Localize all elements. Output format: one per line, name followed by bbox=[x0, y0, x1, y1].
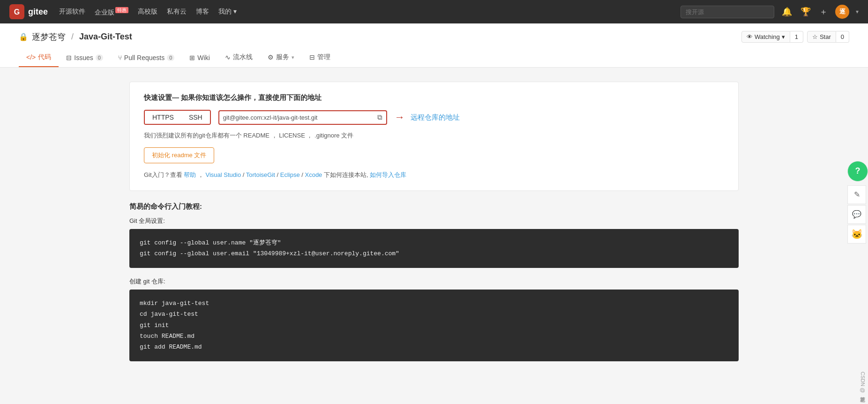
repo-title-row: 🔒 逐梦苍穹 / Java-Git-Test 👁 Watching ▾ 1 ☆ … bbox=[19, 31, 849, 48]
plus-icon[interactable]: ＋ bbox=[818, 6, 829, 17]
nav-enterprise[interactable]: 企业版特惠 bbox=[95, 7, 128, 17]
code-icon: </> bbox=[26, 53, 36, 61]
repo-header: 🔒 逐梦苍穹 / Java-Git-Test 👁 Watching ▾ 1 ☆ … bbox=[0, 23, 868, 68]
chat-float-button[interactable]: 💬 bbox=[847, 205, 866, 224]
url-input-wrap: ⧉ bbox=[218, 110, 387, 125]
avatar[interactable]: 逐 bbox=[835, 5, 849, 19]
tab-pull-requests[interactable]: ⑂ Pull Requests 0 bbox=[111, 49, 182, 67]
search-input[interactable] bbox=[681, 6, 774, 18]
help-link[interactable]: 帮助 bbox=[184, 171, 196, 178]
tutorial-section: 简易的命令行入门教程: Git 全局设置: git config --globa… bbox=[129, 202, 739, 361]
right-arrow-icon: → bbox=[395, 111, 405, 123]
recommend-text: 我们强烈建议所有的git仓库都有一个 README ， LICENSE ， .g… bbox=[144, 131, 724, 140]
issues-icon: ⊟ bbox=[66, 54, 72, 61]
create-repo-code: mkdir java-git-test cd java-git-test git… bbox=[140, 298, 728, 353]
nav-my[interactable]: 我的 ▾ bbox=[218, 8, 237, 16]
tab-pipeline-label: 流水线 bbox=[233, 53, 253, 61]
logo-link[interactable]: G gitee bbox=[9, 4, 48, 19]
tab-code[interactable]: </> 代码 bbox=[19, 48, 59, 67]
repo-title: 🔒 逐梦苍穹 / Java-Git-Test bbox=[19, 31, 132, 43]
tab-wiki-label: Wiki bbox=[197, 54, 210, 61]
star-button[interactable]: ☆ Star bbox=[807, 31, 836, 43]
nav-right: 🔔 🏆 ＋ 逐 ▾ bbox=[681, 5, 859, 19]
nav-university[interactable]: 高校版 bbox=[138, 8, 157, 16]
issues-badge: 0 bbox=[96, 54, 103, 61]
avatar-dropdown[interactable]: ▾ bbox=[856, 8, 859, 15]
repo-name[interactable]: Java-Git-Test bbox=[79, 32, 132, 42]
watch-button[interactable]: 👁 Watching ▾ bbox=[741, 31, 790, 43]
create-repo-code-block: mkdir java-git-test cd java-git-test git… bbox=[129, 290, 739, 361]
tab-services[interactable]: ⚙ 服务 ▾ bbox=[260, 48, 302, 67]
tortoisegit-link[interactable]: TortoiseGit bbox=[246, 171, 275, 178]
create-repo-label: 创建 git 仓库: bbox=[129, 277, 739, 286]
tab-wiki[interactable]: ⊞ Wiki bbox=[182, 49, 217, 67]
repo-separator: / bbox=[71, 32, 74, 42]
xcode-link[interactable]: Xcode bbox=[305, 171, 322, 178]
watch-dropdown-icon: ▾ bbox=[782, 33, 785, 40]
special-badge: 特惠 bbox=[115, 7, 128, 13]
help-links: Git入门？查看 帮助 ， Visual Studio / TortoiseGi… bbox=[144, 171, 724, 179]
top-navigation: G gitee 开源软件 企业版特惠 高校版 私有云 博客 我的 ▾ 🔔 🏆 ＋… bbox=[0, 0, 868, 23]
lock-icon: 🔒 bbox=[19, 32, 28, 41]
services-dropdown-icon: ▾ bbox=[292, 54, 294, 61]
gitee-logo-icon: G bbox=[9, 4, 24, 19]
star-count: 0 bbox=[836, 31, 849, 43]
repo-tabs: </> 代码 ⊟ Issues 0 ⑂ Pull Requests 0 ⊞ Wi… bbox=[19, 48, 849, 67]
repo-actions: 👁 Watching ▾ 1 ☆ Star 0 bbox=[741, 31, 849, 43]
vs-link[interactable]: Visual Studio bbox=[205, 171, 241, 178]
quick-setup-title: 快速设置— 如果你知道该怎么操作，直接使用下面的地址 bbox=[144, 93, 724, 102]
admin-icon: ⊟ bbox=[309, 53, 315, 61]
csdn-label: CSDN @逐梦花苍 bbox=[857, 370, 868, 385]
tab-admin-label: 管理 bbox=[317, 53, 330, 61]
wiki-icon: ⊞ bbox=[189, 54, 195, 61]
eclipse-link[interactable]: Eclipse bbox=[280, 171, 300, 178]
remote-label-text: 远程仓库的地址 bbox=[411, 113, 460, 122]
tab-issues-label: Issues bbox=[74, 54, 93, 61]
nav-blog[interactable]: 博客 bbox=[196, 8, 209, 16]
tab-admin[interactable]: ⊟ 管理 bbox=[302, 48, 338, 67]
url-toggle: HTTPS SSH bbox=[144, 110, 211, 125]
tab-services-label: 服务 bbox=[276, 53, 289, 61]
url-input[interactable] bbox=[223, 111, 374, 124]
nav-opensource[interactable]: 开源软件 bbox=[59, 8, 85, 16]
face-float-button[interactable]: 🐱 bbox=[847, 225, 866, 244]
logo-text: gitee bbox=[28, 7, 48, 17]
nav-private-cloud[interactable]: 私有云 bbox=[167, 8, 187, 16]
https-button[interactable]: HTTPS bbox=[145, 111, 181, 124]
global-config-label: Git 全局设置: bbox=[129, 217, 739, 225]
tab-code-label: 代码 bbox=[38, 53, 51, 61]
ssh-button[interactable]: SSH bbox=[181, 111, 210, 124]
svg-text:G: G bbox=[14, 8, 20, 16]
trophy-icon[interactable]: 🏆 bbox=[800, 7, 812, 17]
copy-icon[interactable]: ⧉ bbox=[377, 113, 382, 122]
global-config-code-block: git config --global user.name "逐梦苍穹" git… bbox=[129, 229, 739, 268]
pr-badge: 0 bbox=[167, 54, 174, 61]
tab-pr-label: Pull Requests bbox=[124, 54, 165, 61]
help-float-button[interactable]: ? bbox=[847, 161, 868, 182]
pr-icon: ⑂ bbox=[118, 54, 122, 61]
main-content: 快速设置— 如果你知道该怎么操作，直接使用下面的地址 HTTPS SSH ⧉ →… bbox=[111, 68, 757, 385]
pipeline-icon: ∿ bbox=[225, 53, 231, 61]
watch-count: 1 bbox=[790, 31, 803, 43]
tutorial-title: 简易的命令行入门教程: bbox=[129, 202, 739, 211]
tab-issues[interactable]: ⊟ Issues 0 bbox=[59, 49, 111, 67]
remote-label-arrow: → 远程仓库的地址 bbox=[395, 111, 460, 123]
watch-label: Watching bbox=[755, 33, 780, 40]
repo-owner[interactable]: 逐梦苍穹 bbox=[32, 31, 66, 43]
import-link[interactable]: 如何导入仓库 bbox=[370, 171, 406, 178]
quick-setup-box: 快速设置— 如果你知道该怎么操作，直接使用下面的地址 HTTPS SSH ⧉ →… bbox=[129, 82, 739, 191]
nav-links: 开源软件 企业版特惠 高校版 私有云 博客 我的 ▾ bbox=[59, 7, 669, 17]
url-row: HTTPS SSH ⧉ → 远程仓库的地址 bbox=[144, 110, 724, 125]
float-right-panel: ? ✎ 💬 🐱 bbox=[847, 161, 868, 244]
edit-float-button[interactable]: ✎ bbox=[847, 185, 866, 204]
notification-icon[interactable]: 🔔 bbox=[781, 7, 793, 17]
star-icon: ☆ bbox=[812, 33, 818, 40]
init-readme-button[interactable]: 初始化 readme 文件 bbox=[144, 147, 214, 163]
tab-pipeline[interactable]: ∿ 流水线 bbox=[217, 48, 260, 67]
global-config-code: git config --global user.name "逐梦苍穹" git… bbox=[140, 237, 728, 259]
services-icon: ⚙ bbox=[268, 53, 274, 61]
star-label: Star bbox=[820, 33, 831, 40]
eye-icon: 👁 bbox=[747, 33, 753, 40]
